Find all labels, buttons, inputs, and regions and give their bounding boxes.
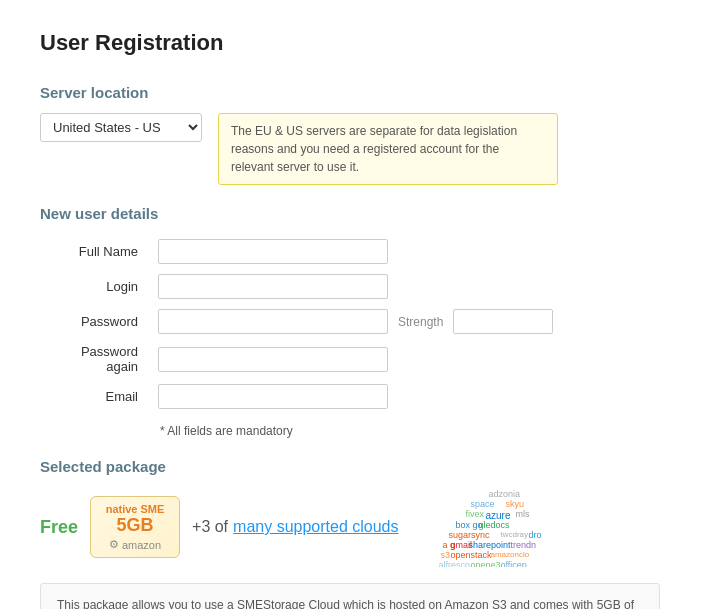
user-details-title: New user details	[40, 205, 673, 222]
word-cloud-item: officep	[501, 560, 527, 567]
server-info-box: The EU & US servers are separate for dat…	[218, 113, 558, 185]
page-title: User Registration	[40, 30, 673, 56]
plus-clouds: +3 of many supported clouds	[192, 518, 398, 536]
gear-icon: ⚙	[109, 538, 119, 551]
password-row-inner: Strength	[158, 309, 665, 334]
mandatory-note: * All fields are mandatory	[160, 424, 673, 438]
package-title: Selected package	[40, 458, 673, 475]
full-name-row: Full Name	[40, 234, 673, 269]
server-location-section: Server location United States - USEurope…	[40, 84, 673, 185]
registration-form: Full Name Login Password Strength Passwo…	[40, 234, 673, 414]
many-supported-clouds-link[interactable]: many supported clouds	[233, 518, 398, 536]
package-box: Free native SME 5GB ⚙ amazon +3 of many …	[40, 487, 673, 567]
server-location-row: United States - USEuropean Union - EU Th…	[40, 113, 673, 185]
package-section: Selected package Free native SME 5GB ⚙ a…	[40, 458, 673, 609]
password-row: Password Strength	[40, 304, 673, 339]
password-again-input[interactable]	[158, 347, 388, 372]
password-label: Password	[40, 304, 150, 339]
server-location-title: Server location	[40, 84, 673, 101]
user-details-section: New user details Full Name Login Passwor…	[40, 205, 673, 438]
email-label: Email	[40, 379, 150, 414]
email-input[interactable]	[158, 384, 388, 409]
free-label: Free	[40, 517, 78, 538]
login-row: Login	[40, 269, 673, 304]
word-cloud: adzoniaspaceskyufivexazuremlsbox gogledo…	[411, 487, 541, 567]
full-name-input[interactable]	[158, 239, 388, 264]
word-cloud-item: amazonclo	[491, 550, 530, 560]
badge-icons: ⚙ amazon	[109, 538, 161, 551]
plus-count: +3 of	[192, 518, 228, 536]
password-again-label: Password again	[40, 339, 150, 379]
email-row: Email	[40, 379, 673, 414]
server-location-select-wrapper[interactable]: United States - USEuropean Union - EU	[40, 113, 202, 142]
password-input[interactable]	[158, 309, 388, 334]
full-name-label: Full Name	[40, 234, 150, 269]
login-input[interactable]	[158, 274, 388, 299]
word-cloud-item: fivex	[466, 509, 485, 521]
strength-label: Strength	[398, 315, 443, 329]
package-description: This package allows you to use a SMEStor…	[40, 583, 660, 609]
word-cloud-item: twcdray	[501, 530, 529, 540]
password-again-row: Password again	[40, 339, 673, 379]
word-cloud-item: opene3	[471, 560, 501, 567]
strength-input	[453, 309, 553, 334]
word-cloud-item: alfresco	[439, 560, 471, 567]
server-location-dropdown[interactable]: United States - USEuropean Union - EU	[40, 113, 202, 142]
package-badge: native SME 5GB ⚙ amazon	[90, 496, 180, 558]
badge-amazon: amazon	[122, 539, 161, 551]
badge-title: native SME	[106, 503, 165, 515]
badge-storage: 5GB	[117, 515, 154, 536]
word-cloud-item: mls	[516, 509, 530, 521]
login-label: Login	[40, 269, 150, 304]
